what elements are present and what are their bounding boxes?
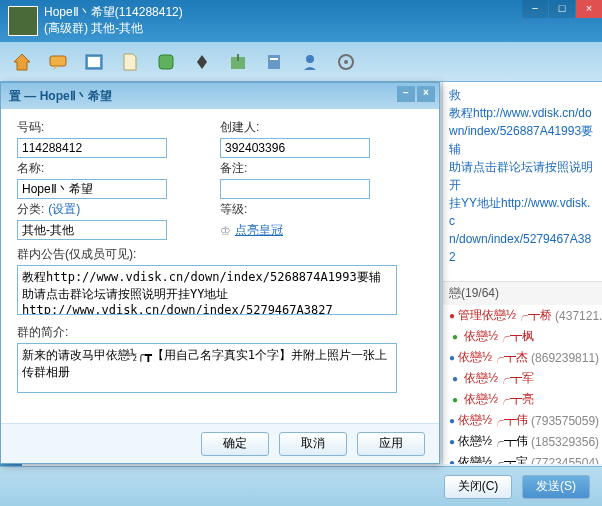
member-header: 戀(19/64) bbox=[443, 282, 602, 305]
home-icon[interactable] bbox=[6, 46, 38, 78]
announce-preview: 救 教程http://www.vdisk.cn/do wn/index/5268… bbox=[443, 82, 602, 282]
member-item[interactable]: ●依戀½╭┳伟(185329356) bbox=[443, 431, 602, 452]
intro-label: 群的简介: bbox=[17, 325, 68, 339]
app-icon[interactable] bbox=[150, 46, 182, 78]
member-item[interactable]: ●依戀½╭┳伟(793575059) bbox=[443, 410, 602, 431]
status-icon: ● bbox=[449, 373, 461, 385]
svg-rect-5 bbox=[268, 55, 280, 69]
svg-rect-0 bbox=[50, 56, 66, 66]
status-icon: ● bbox=[449, 436, 455, 448]
status-icon: ● bbox=[449, 457, 455, 465]
member-id: (437121... bbox=[555, 309, 602, 323]
right-panel: 救 教程http://www.vdisk.cn/do wn/index/5268… bbox=[442, 82, 602, 464]
intro-textarea[interactable] bbox=[17, 343, 397, 393]
crown-link[interactable]: 点亮皇冠 bbox=[235, 222, 283, 239]
level-label: 等级: bbox=[220, 201, 413, 218]
number-input[interactable] bbox=[17, 138, 167, 158]
modal-close-button[interactable]: × bbox=[417, 86, 435, 102]
apply-button[interactable]: 应用 bbox=[357, 432, 425, 456]
svg-rect-3 bbox=[159, 55, 173, 69]
member-id: (185329356) bbox=[531, 435, 599, 449]
close-chat-button[interactable]: 关闭(C) bbox=[444, 475, 512, 499]
member-item[interactable]: ●依戀½╭┳宝(772345504) bbox=[443, 452, 602, 464]
member-item[interactable]: ●依戀½╭┳杰(869239811) bbox=[443, 347, 602, 368]
svg-point-9 bbox=[344, 60, 348, 64]
svg-rect-2 bbox=[88, 57, 100, 67]
category-input[interactable] bbox=[17, 220, 167, 240]
cancel-button[interactable]: 取消 bbox=[279, 432, 347, 456]
crown-icon: ♔ bbox=[220, 224, 231, 238]
member-item[interactable]: ●依戀½╭┳亮 bbox=[443, 389, 602, 410]
member-id: (869239811) bbox=[531, 351, 599, 365]
modal-title-text: 置 — HopeⅡ丶希望 bbox=[9, 88, 112, 105]
svg-point-7 bbox=[306, 55, 314, 63]
ok-button[interactable]: 确定 bbox=[201, 432, 269, 456]
settings-icon[interactable] bbox=[330, 46, 362, 78]
modal-titlebar: 置 — HopeⅡ丶希望 − × bbox=[1, 83, 439, 109]
name-label: 名称: bbox=[17, 160, 210, 177]
tool3-icon[interactable] bbox=[294, 46, 326, 78]
member-name: 依戀½╭┳伟 bbox=[458, 412, 528, 429]
member-name: 依戀½╭┳军 bbox=[464, 370, 534, 387]
member-name: 管理依戀½╭┳桥 bbox=[458, 307, 552, 324]
group-settings-modal: 置 — HopeⅡ丶希望 − × 号码: 创建人: 名称: bbox=[0, 82, 440, 464]
announce-label: 群内公告(仅成员可见): bbox=[17, 247, 136, 261]
member-name: 依戀½╭┳枫 bbox=[464, 328, 534, 345]
title-line1: HopeⅡ丶希望(114288412) bbox=[44, 5, 183, 21]
member-name: 依戀½╭┳亮 bbox=[464, 391, 534, 408]
bottom-bar: 关闭(C) 发送(S) bbox=[0, 466, 602, 506]
tool2-icon[interactable] bbox=[258, 46, 290, 78]
send-button[interactable]: 发送(S) bbox=[522, 475, 590, 499]
status-icon: ● bbox=[449, 394, 461, 406]
chat-icon[interactable] bbox=[42, 46, 74, 78]
member-name: 依戀½╭┳宝 bbox=[458, 454, 528, 464]
remark-input[interactable] bbox=[220, 179, 370, 199]
creator-label: 创建人: bbox=[220, 119, 413, 136]
member-item[interactable]: ●依戀½╭┳军 bbox=[443, 368, 602, 389]
member-list: ●管理依戀½╭┳桥(437121...●依戀½╭┳枫●依戀½╭┳杰(869239… bbox=[443, 305, 602, 464]
group-avatar bbox=[8, 6, 38, 36]
member-id: (772345504) bbox=[531, 456, 599, 465]
close-button[interactable]: × bbox=[576, 0, 602, 18]
creator-input[interactable] bbox=[220, 138, 370, 158]
member-item[interactable]: ●管理依戀½╭┳桥(437121... bbox=[443, 305, 602, 326]
number-label: 号码: bbox=[17, 119, 210, 136]
category-settings-link[interactable]: (设置) bbox=[48, 202, 80, 216]
status-icon: ● bbox=[449, 331, 461, 343]
title-line2: (高级群) 其他-其他 bbox=[44, 21, 183, 37]
tool1-icon[interactable] bbox=[222, 46, 254, 78]
remark-label: 备注: bbox=[220, 160, 413, 177]
minimize-button[interactable]: − bbox=[522, 0, 548, 18]
status-icon: ● bbox=[449, 310, 455, 322]
maximize-button[interactable]: □ bbox=[549, 0, 575, 18]
files-icon[interactable] bbox=[114, 46, 146, 78]
member-name: 依戀½╭┳伟 bbox=[458, 433, 528, 450]
member-id: (793575059) bbox=[531, 414, 599, 428]
svg-rect-6 bbox=[270, 58, 278, 60]
status-icon: ● bbox=[449, 415, 455, 427]
modal-minimize-button[interactable]: − bbox=[397, 86, 415, 102]
main-toolbar bbox=[0, 42, 602, 82]
member-item[interactable]: ●依戀½╭┳枫 bbox=[443, 326, 602, 347]
game-icon[interactable] bbox=[186, 46, 218, 78]
status-icon: ● bbox=[449, 352, 455, 364]
main-titlebar: HopeⅡ丶希望(114288412) (高级群) 其他-其他 − □ × bbox=[0, 0, 602, 42]
announce-textarea[interactable] bbox=[17, 265, 397, 315]
member-name: 依戀½╭┳杰 bbox=[458, 349, 528, 366]
album-icon[interactable] bbox=[78, 46, 110, 78]
name-input[interactable] bbox=[17, 179, 167, 199]
category-label: 分类:(设置) bbox=[17, 201, 210, 218]
